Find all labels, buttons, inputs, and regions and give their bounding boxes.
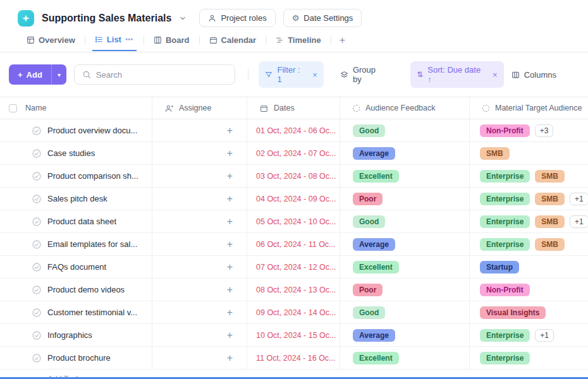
add-assignee-button[interactable]: + [227,353,233,363]
add-assignee-button[interactable]: + [227,171,233,181]
target-audience-cell[interactable]: Enterprise+1 [470,324,588,346]
column-header-audience-feedback[interactable]: Audience Feedback [340,97,470,119]
table-row[interactable]: Product demo videos + 08 Oct, 2024 - 13 … [0,279,588,301]
tab-board[interactable]: Board [151,35,192,51]
task-name[interactable]: Email templates for sal... [47,239,137,249]
add-assignee-button[interactable]: + [227,148,233,159]
add-task-split-button[interactable]: + Add ▾ [9,64,66,85]
target-audience-badge[interactable]: SMB [480,147,510,160]
target-audience-badge[interactable]: Enterprise [480,329,530,342]
column-header-dates[interactable]: Dates [247,97,340,119]
add-assignee-button[interactable]: + [227,217,233,227]
column-header-assignee[interactable]: Assignee [152,97,247,119]
search-input[interactable] [96,70,228,80]
task-name[interactable]: Product data sheet [47,217,116,226]
task-check-circle-icon[interactable] [32,262,42,272]
select-all-checkbox[interactable] [9,104,17,112]
task-check-circle-icon[interactable] [32,330,42,340]
task-dates[interactable]: 01 Oct, 2024 - 06 Oc... [256,126,336,135]
add-assignee-button[interactable]: + [227,285,233,295]
task-name[interactable]: Product demo videos [47,285,125,294]
more-count-badge[interactable]: +3 [535,124,554,137]
task-check-circle-icon[interactable] [32,308,42,318]
task-name[interactable]: Product brochure [47,353,111,363]
target-audience-badge[interactable]: SMB [535,238,565,251]
audience-feedback-badge[interactable]: Good [353,306,385,319]
target-audience-badge[interactable]: Enterprise [480,238,530,251]
task-name[interactable]: FAQs document [47,262,106,272]
add-view-button[interactable]: + [340,35,345,46]
target-audience-cell[interactable]: Enterprise [470,347,588,369]
table-row[interactable]: FAQs document + 07 Oct, 2024 - 12 Oc... … [0,256,588,279]
table-row[interactable]: Infographics + 10 Oct, 2024 - 15 Oc... A… [0,324,588,347]
tab-timeline[interactable]: Timeline [273,35,324,51]
task-name[interactable]: Case studies [47,148,95,158]
sort-chip[interactable]: ⇅ Sort: Due date ↑ × [410,61,503,88]
audience-feedback-badge[interactable]: Excellent [353,352,399,364]
target-audience-badge[interactable]: SMB [535,193,565,205]
tab-calendar[interactable]: Calendar [207,35,259,51]
target-audience-cell[interactable]: EnterpriseSMB+1 [470,210,588,232]
task-dates[interactable]: 09 Oct, 2024 - 14 Oc... [256,308,336,317]
more-count-badge[interactable]: +1 [570,193,588,205]
audience-feedback-badge[interactable]: Good [353,215,385,228]
sort-close-icon[interactable]: × [491,70,498,80]
more-count-badge[interactable]: +1 [570,215,588,228]
task-name[interactable]: Product comparison sh... [47,171,138,181]
task-check-circle-icon[interactable] [32,285,42,295]
add-assignee-button[interactable]: + [227,194,233,204]
target-audience-cell[interactable]: Non-Profit [470,279,588,301]
group-by-button[interactable]: Group by [340,65,386,84]
audience-feedback-badge[interactable]: Average [353,238,395,251]
target-audience-cell[interactable]: Visual Insights [470,301,588,323]
tab-more-icon[interactable]: ⋯ [125,35,134,44]
space-sparkle-icon[interactable] [18,10,34,27]
target-audience-cell[interactable]: EnterpriseSMB [470,165,588,187]
task-dates[interactable]: 04 Oct, 2024 - 09 Oc... [256,195,336,203]
target-audience-badge[interactable]: Enterprise [480,215,530,228]
target-audience-badge[interactable]: Visual Insights [480,306,546,319]
audience-feedback-badge[interactable]: Average [353,147,395,160]
column-header-name[interactable]: Name [0,97,152,119]
table-row[interactable]: Product brochure + 11 Oct, 2024 - 16 Oc.… [0,347,588,370]
task-dates[interactable]: 11 Oct, 2024 - 16 Oc... [256,354,336,363]
task-dates[interactable]: 06 Oct, 2024 - 11 Oc... [256,240,336,249]
task-dates[interactable]: 07 Oct, 2024 - 12 Oc... [256,263,336,272]
table-row[interactable]: Product data sheet + 05 Oct, 2024 - 10 O… [0,210,588,233]
column-header-material-target-audience[interactable]: Material Target Audience [470,97,588,119]
task-dates[interactable]: 02 Oct, 2024 - 07 Oc... [256,149,336,158]
task-name[interactable]: Customer testimonial v... [47,308,137,317]
add-assignee-button[interactable]: + [227,262,233,272]
filter-close-icon[interactable]: × [311,70,317,80]
target-audience-cell[interactable]: Non-Profit+3 [470,119,588,141]
task-dates[interactable]: 10 Oct, 2024 - 15 Oc... [256,331,336,340]
table-row[interactable]: Product overview docu... + 01 Oct, 2024 … [0,119,588,142]
search-box[interactable] [74,64,236,85]
target-audience-badge[interactable]: Startup [480,261,519,274]
add-assignee-button[interactable]: + [227,308,233,318]
project-roles-button[interactable]: Project roles [199,9,275,27]
audience-feedback-badge[interactable]: Excellent [353,170,399,183]
table-row[interactable]: Customer testimonial v... + 09 Oct, 2024… [0,301,588,324]
target-audience-badge[interactable]: Enterprise [480,170,530,183]
target-audience-cell[interactable]: SMB [470,142,588,164]
audience-feedback-badge[interactable]: Poor [353,284,383,296]
task-check-circle-icon[interactable] [32,353,42,363]
task-dates[interactable]: 03 Oct, 2024 - 08 Oc... [256,172,336,181]
target-audience-badge[interactable]: Enterprise [480,352,530,364]
task-check-circle-icon[interactable] [32,126,42,136]
task-dates[interactable]: 08 Oct, 2024 - 13 Oc... [256,286,336,294]
target-audience-badge[interactable]: Non-Profit [480,124,530,137]
add-dropdown-caret[interactable]: ▾ [51,64,66,85]
target-audience-cell[interactable]: EnterpriseSMB+1 [470,188,588,210]
date-settings-button[interactable]: ⚙ Date Settings [283,9,362,27]
more-count-badge[interactable]: +1 [535,329,554,342]
task-check-circle-icon[interactable] [32,194,42,204]
columns-button[interactable]: Columns [511,70,556,80]
task-name[interactable]: Sales pitch desk [47,194,107,203]
tab-list[interactable]: List ⋯ [92,35,137,51]
tab-overview[interactable]: Overview [24,35,78,51]
task-check-circle-icon[interactable] [32,148,42,159]
table-row[interactable]: Product comparison sh... + 03 Oct, 2024 … [0,165,588,188]
add-assignee-button[interactable]: + [227,239,233,250]
